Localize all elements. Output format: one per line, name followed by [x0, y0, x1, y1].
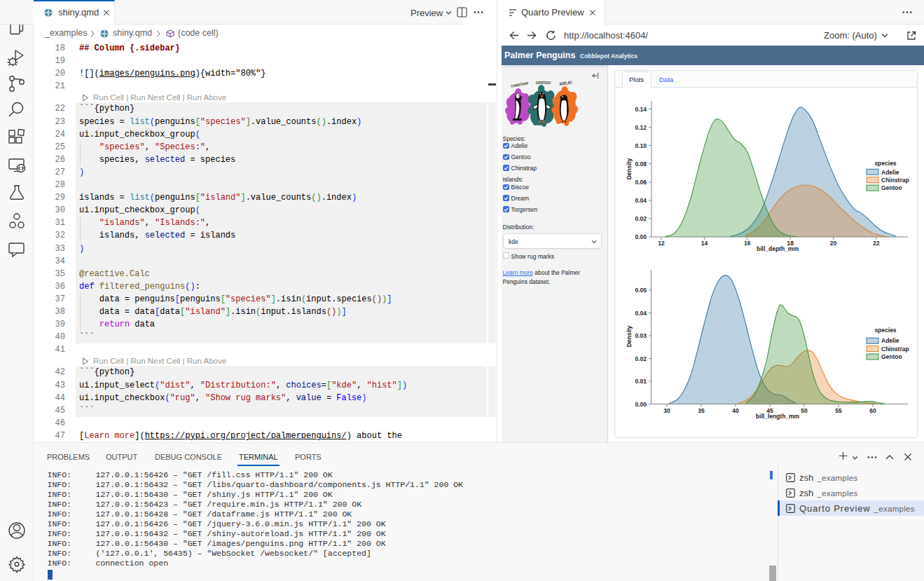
svg-text:0.10: 0.10: [635, 142, 647, 149]
svg-text:0.14: 0.14: [635, 106, 647, 113]
svg-text:0.08: 0.08: [635, 160, 647, 168]
svg-text:Adelie: Adelie: [881, 169, 899, 176]
svg-text:Gentoo: Gentoo: [881, 353, 902, 360]
svg-text:Density: Density: [626, 158, 633, 179]
svg-text:species: species: [874, 160, 896, 167]
svg-text:0.05: 0.05: [635, 287, 647, 294]
svg-text:0.12: 0.12: [635, 124, 647, 131]
svg-text:bill_depth_mm: bill_depth_mm: [757, 245, 799, 252]
svg-text:Gentoo: Gentoo: [881, 184, 902, 191]
svg-text:35: 35: [698, 407, 705, 414]
svg-text:bill_length_mm: bill_length_mm: [756, 413, 800, 420]
svg-text:0.04: 0.04: [635, 197, 647, 204]
svg-text:22: 22: [873, 240, 880, 247]
svg-text:GENTOO!: GENTOO!: [536, 80, 551, 85]
svg-text:0.00: 0.00: [635, 233, 647, 240]
svg-text:ADELIE!: ADELIE!: [559, 80, 572, 86]
svg-text:40: 40: [732, 407, 739, 414]
svg-text:55: 55: [835, 407, 842, 414]
svg-text:Density: Density: [626, 325, 633, 347]
svg-text:60: 60: [869, 407, 876, 414]
svg-text:0.03: 0.03: [635, 332, 647, 339]
svg-text:0.06: 0.06: [635, 179, 647, 186]
svg-text:16: 16: [744, 240, 751, 247]
svg-text:species: species: [874, 327, 896, 334]
svg-text:30: 30: [663, 407, 670, 414]
svg-text:20: 20: [830, 240, 837, 247]
svg-text:CHINSTRAP: CHINSTRAP: [511, 81, 529, 88]
svg-text:0.04: 0.04: [635, 310, 647, 317]
svg-text:Adelie: Adelie: [881, 337, 899, 344]
svg-text:0.00: 0.00: [635, 401, 647, 408]
svg-text:Chinstrap: Chinstrap: [881, 346, 909, 353]
svg-text:50: 50: [801, 407, 808, 414]
svg-text:12: 12: [658, 240, 665, 247]
svg-text:0.02: 0.02: [635, 215, 647, 222]
svg-text:0.02: 0.02: [635, 355, 647, 362]
svg-text:14: 14: [701, 240, 708, 247]
svg-text:Chinstrap: Chinstrap: [881, 177, 909, 184]
svg-text:0.01: 0.01: [635, 378, 647, 385]
